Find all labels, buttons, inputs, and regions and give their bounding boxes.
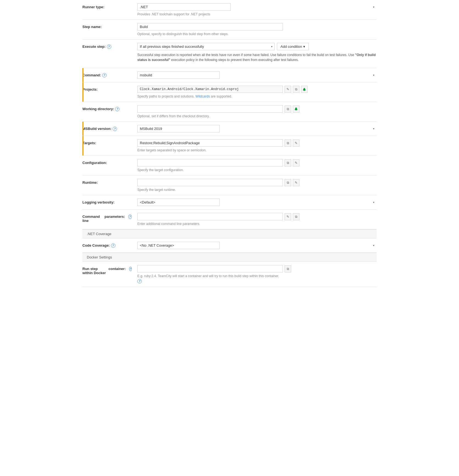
projects-input[interactable] xyxy=(137,86,283,93)
logging-verbosity-content: <Default> xyxy=(137,199,377,206)
runtime-content: ⧉ ✎ Specify the target runtime. xyxy=(137,179,377,192)
projects-content: ✎ ⧉ 🌲 Specify paths to projects and solu… xyxy=(137,86,377,98)
runtime-label: Runtime: xyxy=(82,179,137,185)
command-line-params-help-icon[interactable]: ? xyxy=(128,215,132,219)
targets-copy-button[interactable]: ⧉ xyxy=(285,140,291,147)
code-coverage-help-icon[interactable]: ? xyxy=(111,243,115,248)
working-directory-hint: Optional, set if differs from the checko… xyxy=(137,114,377,118)
add-condition-chevron-icon xyxy=(303,44,305,49)
command-label: Command: ? xyxy=(82,71,137,77)
run-step-docker-hint: E.g. ruby:2.4. TeamCity will start a con… xyxy=(137,274,377,283)
code-coverage-select[interactable]: <No .NET Coverage> xyxy=(137,242,220,249)
run-step-docker-input[interactable] xyxy=(137,265,283,272)
execute-step-content: If all previous steps finished successfu… xyxy=(137,43,377,65)
runner-type-row: Runner type: .NET Provides .NET toolchai… xyxy=(82,0,377,20)
projects-tree-button[interactable]: 🌲 xyxy=(301,86,308,93)
runtime-input[interactable] xyxy=(137,179,283,186)
docker-settings-section-header: Docker Settings xyxy=(82,253,377,262)
command-help-icon[interactable]: ? xyxy=(102,73,107,77)
msbuild-version-row: MSBuild version: ? MSBuild 2019 xyxy=(82,122,377,136)
runtime-input-row: ⧉ ✎ xyxy=(137,179,377,186)
code-coverage-chevron-icon xyxy=(373,244,374,247)
runner-type-hint: Provides .NET toolchain support for .NET… xyxy=(137,12,377,16)
working-directory-copy-icon: ⧉ xyxy=(287,107,289,111)
command-line-params-edit-icon: ✎ xyxy=(286,215,289,219)
working-directory-input[interactable] xyxy=(137,105,283,113)
configuration-pencil-icon: ✎ xyxy=(295,161,297,165)
configuration-input[interactable] xyxy=(137,159,283,166)
command-line-params-copy-button[interactable]: ⧉ xyxy=(293,213,299,220)
logging-verbosity-chevron-icon xyxy=(373,201,374,204)
configuration-label: Configuration: xyxy=(82,159,137,165)
targets-label: Targets: xyxy=(82,139,137,145)
msbuild-version-chevron-icon xyxy=(373,127,374,130)
projects-edit-button[interactable]: ✎ xyxy=(285,86,291,93)
command-content: msbuild xyxy=(137,71,377,79)
execute-step-controls: If all previous steps finished successfu… xyxy=(137,43,377,50)
runtime-pencil-icon: ✎ xyxy=(295,181,297,185)
step-name-input[interactable] xyxy=(137,23,283,30)
execute-step-label: Execute step: ? xyxy=(82,43,137,49)
run-step-docker-help-icon[interactable]: ? xyxy=(129,267,132,271)
runtime-copy-icon: ⧉ xyxy=(287,181,289,185)
command-line-params-input[interactable] xyxy=(137,213,283,220)
run-step-docker-copy-button[interactable]: ⧉ xyxy=(285,265,291,272)
configuration-copy-button[interactable]: ⧉ xyxy=(285,159,291,166)
command-line-params-edit-button[interactable]: ✎ xyxy=(285,213,291,220)
working-directory-copy-button[interactable]: ⧉ xyxy=(285,105,291,113)
projects-hint: Specify paths to projects and solutions.… xyxy=(137,94,377,98)
command-line-params-content: ✎ ⧉ Enter additional command line parame… xyxy=(137,213,377,226)
targets-row: Targets: ⧉ ✎ Enter targets separated by … xyxy=(82,136,377,156)
msbuild-version-help-icon[interactable]: ? xyxy=(113,127,117,131)
targets-copy-icon: ⧉ xyxy=(287,141,289,145)
add-condition-button[interactable]: Add condition xyxy=(277,43,309,50)
code-coverage-select-wrapper: <No .NET Coverage> xyxy=(137,242,377,249)
command-line-params-hint: Enter additional command line parameters… xyxy=(137,222,377,226)
msbuild-version-select[interactable]: MSBuild 2019 xyxy=(137,125,220,132)
msbuild-version-label: MSBuild version: ? xyxy=(82,125,137,131)
working-directory-tree-icon: 🌲 xyxy=(294,107,298,111)
working-directory-tree-button[interactable]: 🌲 xyxy=(293,105,299,113)
working-directory-label: Working directory: ? xyxy=(82,105,137,111)
targets-pencil-button[interactable]: ✎ xyxy=(293,140,299,147)
working-directory-help-icon[interactable]: ? xyxy=(115,107,119,111)
run-step-docker-content: ⧉ E.g. ruby:2.4. TeamCity will start a c… xyxy=(137,265,377,283)
targets-hint: Enter targets separated by space or semi… xyxy=(137,148,377,152)
run-step-docker-hint-help-icon[interactable]: ? xyxy=(137,279,142,283)
runtime-pencil-button[interactable]: ✎ xyxy=(293,179,299,186)
runner-type-select-wrapper: .NET xyxy=(137,3,377,11)
projects-tree-icon: 🌲 xyxy=(302,88,306,91)
command-select[interactable]: msbuild xyxy=(137,71,220,79)
run-step-docker-label: Run step within Docker container: ? xyxy=(82,265,137,275)
configuration-copy-icon: ⧉ xyxy=(287,161,289,165)
runtime-row: Runtime: ⧉ ✎ Specify the target runtime. xyxy=(82,176,377,195)
runner-type-chevron-icon xyxy=(373,5,374,9)
step-name-content: Optional, specify to distinguish this bu… xyxy=(137,23,377,36)
projects-wildcards-link[interactable]: Wildcards xyxy=(195,94,210,98)
net-coverage-section-header: .NET Coverage xyxy=(82,229,377,238)
targets-input[interactable] xyxy=(137,139,283,147)
msbuild-version-select-wrapper: MSBuild 2019 xyxy=(137,125,377,132)
execute-step-select-wrapper: If all previous steps finished successfu… xyxy=(137,43,275,50)
logging-verbosity-select-wrapper: <Default> xyxy=(137,199,377,206)
run-step-docker-row: Run step within Docker container: ? ⧉ E.… xyxy=(82,262,377,287)
step-name-hint: Optional, specify to distinguish this bu… xyxy=(137,32,377,36)
runtime-hint: Specify the target runtime. xyxy=(137,188,377,192)
execute-step-help-icon[interactable]: ? xyxy=(107,44,111,49)
code-coverage-row: Code Coverage: ? <No .NET Coverage> xyxy=(82,238,377,253)
projects-copy-button[interactable]: ⧉ xyxy=(293,86,299,93)
execute-step-select[interactable]: If all previous steps finished successfu… xyxy=(137,43,275,50)
run-step-docker-copy-icon: ⧉ xyxy=(287,267,289,271)
configuration-pencil-button[interactable]: ✎ xyxy=(293,159,299,166)
working-directory-content: ⧉ 🌲 Optional, set if differs from the ch… xyxy=(137,105,377,118)
runner-type-select[interactable]: .NET xyxy=(137,3,231,11)
logging-verbosity-label: Logging verbosity: xyxy=(82,199,137,204)
step-name-label: Step name: xyxy=(82,23,137,29)
logging-verbosity-select[interactable]: <Default> xyxy=(137,199,220,206)
configuration-input-row: ⧉ ✎ xyxy=(137,159,377,166)
runtime-copy-button[interactable]: ⧉ xyxy=(285,179,291,186)
step-name-row: Step name: Optional, specify to distingu… xyxy=(82,20,377,40)
code-coverage-content: <No .NET Coverage> xyxy=(137,242,377,249)
command-line-params-input-row: ✎ ⧉ xyxy=(137,213,377,220)
command-line-params-label: Command line parameters: ? xyxy=(82,213,137,223)
